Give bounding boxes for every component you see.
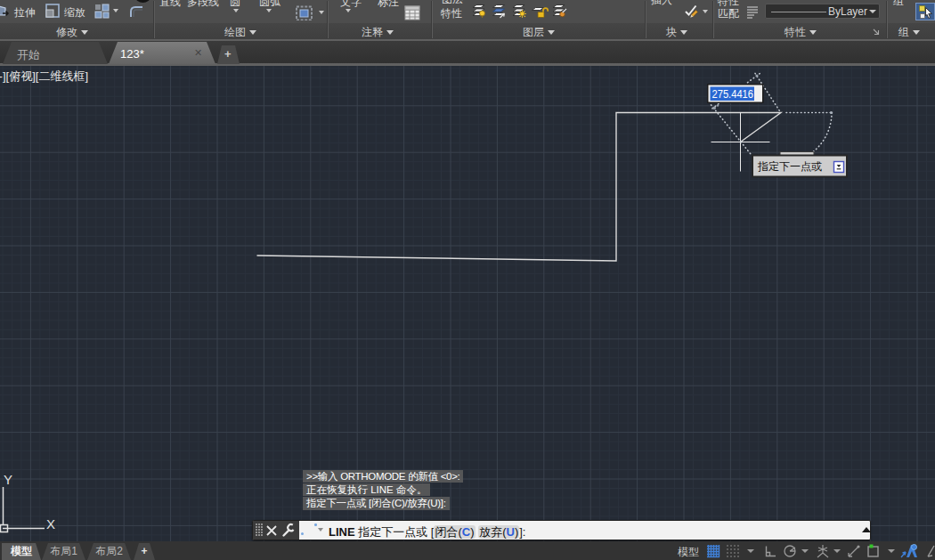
svg-text:Y: Y [4,472,12,487]
svg-text:X: X [46,516,55,532]
svg-text:指定下一点或: 指定下一点或 [757,160,822,173]
svg-text:[-][俯视][二维线框]: [-][俯视][二维线框] [0,69,88,83]
svg-text:275.4416: 275.4416 [712,88,754,101]
